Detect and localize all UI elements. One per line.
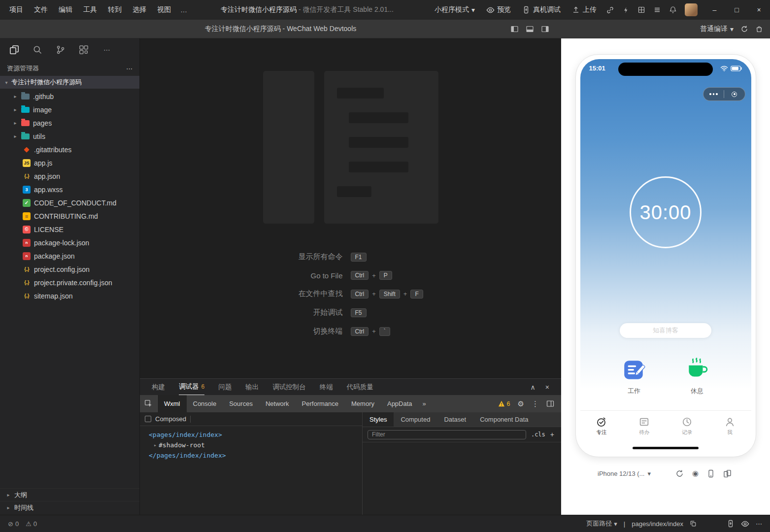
tree-file-sitemap[interactable]: {..} sitemap.json: [0, 289, 139, 302]
tree-file-project-config[interactable]: {..} project.config.json: [0, 263, 139, 276]
tree-file-app-js[interactable]: JS app.js: [0, 156, 139, 169]
copy-path-icon[interactable]: [690, 520, 697, 527]
problems-summary[interactable]: ⊘ 0 ⚠ 0: [0, 520, 37, 528]
maximize-button[interactable]: □: [726, 0, 748, 20]
tab-records[interactable]: 记录: [666, 411, 708, 441]
devtools-tab-performance[interactable]: Performance: [296, 395, 345, 412]
shadow-root-line[interactable]: ▸ #shadow-root: [149, 440, 362, 450]
tab-problems[interactable]: 问题: [218, 379, 232, 395]
phone-view-icon[interactable]: [707, 469, 715, 478]
devtools-tab-console[interactable]: Console: [187, 395, 223, 412]
panel-left-toggle-icon[interactable]: [510, 25, 519, 33]
tree-folder-image[interactable]: ▸ image: [0, 103, 139, 116]
explorer-more-icon[interactable]: ⋯: [126, 65, 133, 72]
twisty-icon[interactable]: ▸: [6, 505, 11, 510]
panel-right-toggle-icon[interactable]: [541, 25, 549, 33]
tree-file-app-wxss[interactable]: 3 app.wxss: [0, 183, 139, 196]
link-icon[interactable]: [603, 3, 617, 17]
collapse-panel-icon[interactable]: ∧: [531, 383, 536, 391]
capsule-close-icon[interactable]: [724, 92, 745, 97]
tab-build[interactable]: 构建: [152, 379, 165, 395]
remote-debug-status-icon[interactable]: [727, 520, 735, 528]
rest-mode-button[interactable]: 休息: [685, 358, 709, 396]
twisty-icon[interactable]: ▸: [13, 120, 18, 126]
more-icon[interactable]: ⋯: [99, 41, 115, 58]
tab-dataset[interactable]: Dataset: [437, 412, 473, 427]
tab-debug-console[interactable]: 调试控制台: [272, 379, 306, 395]
search-icon[interactable]: [29, 41, 46, 58]
toggle-class-button[interactable]: .cls: [531, 431, 545, 438]
eye-status-icon[interactable]: [741, 520, 749, 528]
capsule-more-icon[interactable]: [703, 93, 724, 95]
menu-project[interactable]: 项目: [4, 3, 29, 17]
twisty-icon[interactable]: ▸: [6, 492, 11, 498]
more-status-icon[interactable]: ⋯: [756, 520, 762, 528]
tab-component-data[interactable]: Component Data: [473, 412, 535, 427]
tree-file-contributing[interactable]: ≡ CONTRIBUTING.md: [0, 209, 139, 223]
twisty-icon[interactable]: ▸: [13, 133, 18, 139]
close-panel-icon[interactable]: ×: [545, 383, 549, 391]
tab-me[interactable]: 我: [708, 411, 751, 441]
multi-device-icon[interactable]: [723, 469, 732, 478]
twisty-icon[interactable]: ▸: [154, 440, 157, 450]
device-select[interactable]: iPhone 12/13 (... ▾: [598, 470, 651, 477]
preview-button[interactable]: 预览: [481, 3, 515, 17]
tree-file-package-lock[interactable]: n package-lock.json: [0, 236, 139, 249]
tree-folder-github[interactable]: ▸ .github: [0, 90, 139, 103]
composed-checkbox[interactable]: [145, 416, 151, 422]
lightning-icon[interactable]: [619, 3, 633, 17]
refresh-icon[interactable]: [740, 25, 748, 33]
wxml-open-tag[interactable]: <pages/index/index>: [149, 430, 362, 440]
git-branch-icon[interactable]: [52, 41, 69, 58]
minimize-button[interactable]: –: [703, 0, 726, 20]
timer-circle[interactable]: 30:00: [630, 176, 702, 248]
twisty-icon[interactable]: ▸: [13, 107, 18, 112]
menu-list-icon[interactable]: [650, 3, 664, 17]
tree-file-project-private-config[interactable]: {..} project.private.config.json: [0, 276, 139, 289]
tab-debugger[interactable]: 调试器 6: [179, 379, 204, 395]
devtools-tab-wxml[interactable]: Wxml: [158, 395, 187, 412]
tab-code-quality[interactable]: 代码质量: [347, 379, 373, 395]
explorer-icon[interactable]: [6, 41, 23, 58]
menu-view[interactable]: 视图: [152, 3, 176, 17]
tab-todo[interactable]: 待办: [623, 411, 666, 441]
filter-input[interactable]: [368, 430, 526, 439]
outline-section[interactable]: ▸ 大纲: [0, 488, 139, 501]
remote-debug-button[interactable]: 真机调试: [517, 3, 565, 17]
upload-button[interactable]: 上传: [567, 3, 601, 17]
devtools-tab-sources[interactable]: Sources: [223, 395, 259, 412]
close-button[interactable]: ×: [748, 0, 770, 20]
menu-tools[interactable]: 工具: [78, 3, 102, 17]
work-mode-button[interactable]: 工作: [622, 358, 646, 396]
tree-file-code-of-conduct[interactable]: ✓ CODE_OF_CONDUCT.md: [0, 196, 139, 209]
kebab-menu-icon[interactable]: ⋮: [532, 399, 539, 408]
dock-side-icon[interactable]: [546, 400, 554, 407]
tab-output[interactable]: 输出: [245, 379, 259, 395]
devtools-tab-appdata[interactable]: AppData: [381, 395, 419, 412]
menu-edit[interactable]: 编辑: [53, 3, 78, 17]
twisty-open-icon[interactable]: ▾: [4, 80, 9, 85]
bell-icon[interactable]: [666, 3, 680, 17]
blog-button[interactable]: 知喜博客: [620, 323, 711, 338]
inspect-element-icon[interactable]: [140, 395, 158, 412]
tree-file-license[interactable]: © LICENSE: [0, 223, 139, 236]
panel-bottom-toggle-icon[interactable]: [526, 25, 534, 33]
menu-overflow-icon[interactable]: …: [176, 3, 191, 16]
wxml-close-tag[interactable]: </pages/index/index>: [149, 450, 362, 461]
devtools-tab-memory[interactable]: Memory: [345, 395, 381, 412]
mode-select[interactable]: 小程序模式 ▾: [430, 3, 479, 17]
menu-file[interactable]: 文件: [29, 3, 53, 17]
wxml-code[interactable]: <pages/index/index> ▸ #shadow-root </pag…: [140, 426, 362, 461]
menu-select[interactable]: 选择: [127, 3, 152, 17]
tree-file-package-json[interactable]: n package.json: [0, 249, 139, 263]
devtools-tab-network[interactable]: Network: [259, 395, 296, 412]
rotate-icon[interactable]: [675, 469, 684, 478]
gear-icon[interactable]: ⚙: [518, 399, 524, 408]
more-tabs-icon[interactable]: »: [419, 395, 430, 412]
tab-terminal[interactable]: 终端: [320, 379, 333, 395]
timeline-section[interactable]: ▸ 时间线: [0, 501, 139, 514]
tree-folder-utils[interactable]: ▸ utils: [0, 130, 139, 143]
clear-cache-icon[interactable]: [755, 25, 763, 33]
record-icon[interactable]: ◉: [692, 469, 699, 478]
twisty-icon[interactable]: ▸: [13, 94, 18, 99]
